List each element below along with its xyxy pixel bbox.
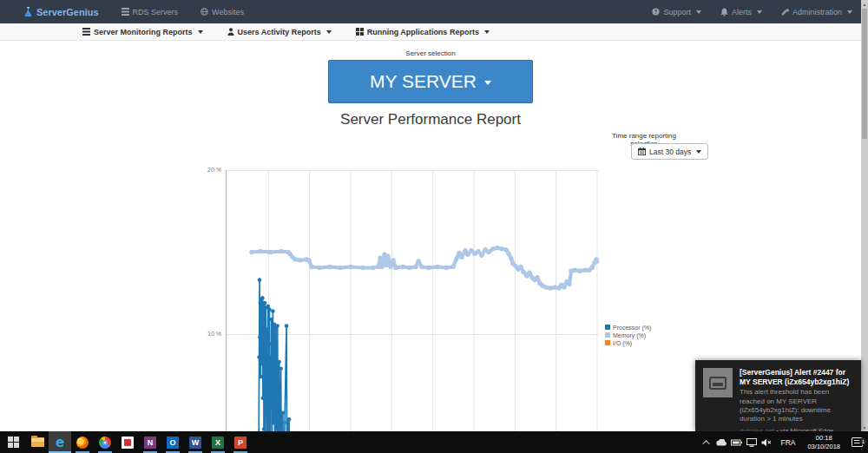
cloud-icon bbox=[716, 439, 727, 446]
windows-logo-icon bbox=[8, 437, 19, 448]
taskbar-excel[interactable]: X bbox=[207, 431, 229, 453]
language-indicator[interactable]: FRA bbox=[773, 438, 802, 447]
taskbar-chrome[interactable] bbox=[94, 431, 116, 453]
powerpoint-icon: P bbox=[234, 437, 247, 449]
legend-item: Processor (%) bbox=[605, 324, 651, 331]
taskbar-firefox[interactable] bbox=[71, 431, 94, 453]
svg-text:?: ? bbox=[654, 9, 658, 15]
nav-server-monitoring-reports[interactable]: Server Monitoring Reports bbox=[82, 28, 203, 36]
legend-label: Processor (%) bbox=[613, 325, 651, 331]
scrollbar-thumb[interactable] bbox=[862, 9, 867, 139]
user-icon bbox=[227, 28, 234, 36]
taskbar-word[interactable]: W bbox=[184, 431, 207, 453]
bell-icon bbox=[720, 8, 728, 16]
legend-swatch bbox=[605, 332, 610, 338]
legend-swatch bbox=[605, 325, 610, 330]
help-icon: ? bbox=[652, 8, 660, 16]
taskbar-edge[interactable]: e bbox=[49, 431, 71, 453]
legend-item: Memory (%) bbox=[605, 332, 651, 338]
page-title: Server Performance Report bbox=[0, 111, 861, 128]
caret-down-icon bbox=[696, 150, 701, 154]
server-select-label: MY SERVER bbox=[370, 71, 477, 92]
taskbar-file-explorer[interactable] bbox=[26, 431, 49, 453]
red-app-icon bbox=[122, 437, 134, 449]
server-list-icon bbox=[122, 8, 129, 16]
chart-legend: Processor (%)Memory (%)I/O (%) bbox=[605, 324, 651, 346]
nav-websites[interactable]: Websites bbox=[201, 8, 244, 16]
brand-label: ServerGenius bbox=[36, 7, 99, 17]
tray-volume[interactable] bbox=[759, 431, 773, 453]
time-range-button[interactable]: Last 30 days bbox=[631, 143, 708, 160]
nav-administration-label: Administration bbox=[792, 8, 842, 16]
tray-expand-button[interactable] bbox=[700, 431, 714, 453]
time-range-label: Last 30 days bbox=[649, 148, 691, 156]
server-select-button[interactable]: MY SERVER bbox=[328, 60, 533, 103]
start-button[interactable] bbox=[0, 431, 26, 453]
caret-down-icon bbox=[484, 30, 490, 34]
windows-taskbar: e N O W X P FRA 00:18 03/10/201 bbox=[0, 431, 868, 453]
legend-label: Memory (%) bbox=[613, 332, 646, 338]
nav-rds-servers[interactable]: RDS Servers bbox=[122, 8, 179, 16]
onenote-icon: N bbox=[144, 437, 156, 449]
taskbar-app-red[interactable] bbox=[116, 431, 139, 453]
calendar-icon bbox=[638, 148, 646, 155]
nav-running-applications-reports[interactable]: Running Applications Reports bbox=[356, 28, 490, 36]
excel-icon: X bbox=[212, 437, 224, 449]
toast-body: This alert threshold has been reached on… bbox=[740, 388, 854, 424]
screen: ServerGenius RDS Servers Websites ? Supp… bbox=[0, 0, 868, 453]
server-selection-caption: Server selection bbox=[0, 49, 861, 57]
toast-title: [ServerGenius] Alert #2447 for MY SERVER… bbox=[740, 368, 854, 386]
outlook-icon: O bbox=[167, 437, 179, 449]
notification-toast[interactable]: [ServerGenius] Alert #2447 for MY SERVER… bbox=[695, 360, 861, 431]
tray-battery[interactable] bbox=[729, 431, 744, 453]
caret-down-icon bbox=[326, 30, 332, 34]
list-icon bbox=[82, 28, 90, 36]
chevron-up-icon bbox=[702, 440, 709, 447]
battery-icon bbox=[731, 439, 742, 446]
caret-down-icon bbox=[757, 10, 762, 14]
word-icon: W bbox=[189, 437, 201, 449]
notification-count-badge: 1 bbox=[859, 437, 867, 445]
tray-network[interactable] bbox=[744, 431, 759, 453]
app-window-icon bbox=[703, 368, 733, 397]
legend-label: I/O (%) bbox=[613, 340, 632, 346]
system-tray: FRA 00:18 03/10/2018 1 bbox=[700, 431, 868, 453]
legend-item: I/O (%) bbox=[605, 339, 651, 346]
nav-administration[interactable]: Administration bbox=[781, 8, 852, 16]
nav-running-applications-reports-label: Running Applications Reports bbox=[367, 28, 479, 36]
nav-support[interactable]: ? Support bbox=[652, 8, 701, 16]
speaker-muted-icon bbox=[761, 438, 772, 447]
edge-icon: e bbox=[56, 435, 64, 450]
brand[interactable]: ServerGenius bbox=[23, 6, 99, 17]
nav-users-activity-reports[interactable]: Users Activity Reports bbox=[227, 28, 332, 36]
firefox-icon bbox=[76, 437, 89, 449]
nav-alerts-label: Alerts bbox=[732, 8, 752, 16]
file-explorer-icon bbox=[31, 437, 44, 447]
servergenius-flask-icon bbox=[23, 6, 33, 17]
nav-support-label: Support bbox=[663, 8, 691, 16]
caret-down-icon bbox=[484, 81, 491, 85]
chart-canvas bbox=[226, 170, 599, 431]
caret-down-icon bbox=[198, 30, 203, 34]
scrollbar-down-arrow-icon[interactable]: ▼ bbox=[861, 423, 868, 431]
wrench-icon bbox=[781, 8, 789, 16]
nav-server-monitoring-reports-label: Server Monitoring Reports bbox=[94, 28, 193, 36]
taskbar-outlook[interactable]: O bbox=[161, 431, 184, 453]
toast-text: [ServerGenius] Alert #2447 for MY SERVER… bbox=[740, 368, 854, 424]
scrollbar-up-arrow-icon[interactable]: ▲ bbox=[861, 0, 868, 8]
vertical-scrollbar[interactable]: ▲ ▼ bbox=[861, 0, 868, 431]
clock-time: 00:18 bbox=[807, 434, 840, 442]
taskbar-clock[interactable]: 00:18 03/10/2018 bbox=[802, 434, 845, 450]
taskbar-powerpoint[interactable]: P bbox=[229, 431, 252, 453]
caret-down-icon bbox=[847, 10, 852, 14]
tray-onedrive[interactable] bbox=[714, 431, 729, 453]
network-monitor-icon bbox=[746, 438, 757, 447]
caret-down-icon bbox=[696, 10, 701, 14]
action-center-button[interactable]: 1 bbox=[845, 437, 868, 447]
y-axis-tick-20: 20 % bbox=[202, 167, 221, 173]
grid-icon bbox=[356, 28, 364, 36]
chrome-icon bbox=[99, 437, 111, 449]
taskbar-onenote[interactable]: N bbox=[139, 431, 161, 453]
globe-icon bbox=[201, 8, 208, 16]
nav-alerts[interactable]: Alerts bbox=[720, 8, 762, 16]
